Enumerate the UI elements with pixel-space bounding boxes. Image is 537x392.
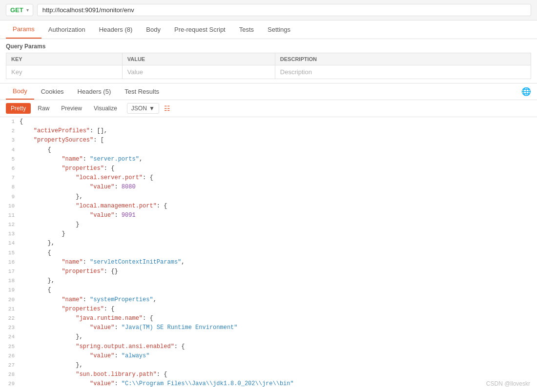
line-number: 2 bbox=[0, 126, 20, 136]
line-number: 24 bbox=[0, 332, 20, 342]
line-content: { bbox=[20, 248, 537, 258]
line-content: "value": "C:\\Program Files\\Java\\jdk1.… bbox=[20, 379, 537, 389]
col-key: KEY bbox=[6, 53, 123, 65]
tab-headers[interactable]: Headers (8) bbox=[92, 21, 140, 38]
line-number: 12 bbox=[0, 220, 20, 229]
method-label: GET bbox=[10, 6, 23, 14]
line-number: 23 bbox=[0, 323, 20, 332]
url-text: http://localhost:9091/monitor/env bbox=[42, 6, 134, 14]
tab-pre-request-script[interactable]: Pre-request Script bbox=[167, 21, 232, 38]
line-content: "name": "servletContextInitParams", bbox=[20, 258, 537, 267]
line-content: "properties": { bbox=[20, 305, 537, 314]
line-number: 4 bbox=[0, 145, 20, 155]
line-number: 26 bbox=[0, 351, 20, 361]
response-tab-headers[interactable]: Headers (5) bbox=[71, 84, 118, 99]
line-content: "local.management.port": { bbox=[20, 202, 537, 211]
line-content: "activeProfiles": [], bbox=[20, 126, 537, 136]
code-line: 23 "value": "Java(TM) SE Runtime Environ… bbox=[0, 323, 537, 332]
tab-tests[interactable]: Tests bbox=[232, 21, 261, 38]
line-content: "java.runtime.name": { bbox=[20, 314, 537, 323]
response-tab-cookies[interactable]: Cookies bbox=[34, 84, 71, 99]
line-number: 11 bbox=[0, 211, 20, 220]
code-line: 11 "value": 9091 bbox=[0, 211, 537, 220]
line-number: 9 bbox=[0, 192, 20, 202]
line-number: 27 bbox=[0, 361, 20, 370]
code-line: 27 }, bbox=[0, 361, 537, 370]
code-line: 16 "name": "servletContextInitParams", bbox=[0, 258, 537, 267]
format-bar: Pretty Raw Preview Visualize JSON ▼ ☷ bbox=[0, 100, 537, 117]
top-bar: GET ▾ http://localhost:9091/monitor/env bbox=[0, 0, 537, 21]
value-cell[interactable]: Value bbox=[122, 65, 275, 79]
code-line: 10 "local.management.port": { bbox=[0, 202, 537, 211]
line-content: "name": "server.ports", bbox=[20, 155, 537, 164]
filter-icon[interactable]: ☷ bbox=[164, 104, 170, 112]
line-content: "value": 9091 bbox=[20, 211, 537, 220]
line-number: 1 bbox=[0, 117, 20, 126]
line-number: 7 bbox=[0, 173, 20, 183]
code-line: 29 "value": "C:\\Program Files\\Java\\jd… bbox=[0, 379, 537, 389]
format-tab-visualize[interactable]: Visualize bbox=[89, 103, 122, 114]
line-content: { bbox=[20, 145, 537, 155]
code-line: 4 { bbox=[0, 145, 537, 155]
line-content: "sun.boot.library.path": { bbox=[20, 370, 537, 379]
code-area: 1{2 "activeProfiles": [],3 "propertySour… bbox=[0, 117, 537, 389]
line-content: { bbox=[20, 286, 537, 295]
globe-icon: 🌐 bbox=[521, 87, 531, 96]
code-line: 8 "value": 8080 bbox=[0, 183, 537, 192]
line-number: 3 bbox=[0, 136, 20, 145]
line-number: 17 bbox=[0, 267, 20, 276]
description-cell[interactable]: Description bbox=[275, 65, 531, 79]
params-table: KEY VALUE DESCRIPTION Key Value Descript… bbox=[6, 53, 531, 79]
code-line: 3 "propertySources": [ bbox=[0, 136, 537, 145]
query-params-label: Query Params bbox=[6, 43, 531, 50]
line-number: 25 bbox=[0, 342, 20, 351]
line-content: "local.server.port": { bbox=[20, 173, 537, 183]
line-number: 6 bbox=[0, 164, 20, 173]
code-line: 20 "name": "systemProperties", bbox=[0, 295, 537, 305]
response-tab-body[interactable]: Body bbox=[6, 83, 34, 100]
request-tabs: Params Authorization Headers (8) Body Pr… bbox=[0, 21, 537, 39]
code-line: 25 "spring.output.ansi.enabled": { bbox=[0, 342, 537, 351]
params-row-placeholder: Key Value Description bbox=[6, 65, 531, 79]
col-description: DESCRIPTION bbox=[275, 53, 531, 65]
globe-button[interactable]: 🌐 bbox=[521, 87, 531, 96]
tab-params[interactable]: Params bbox=[6, 21, 41, 39]
json-type-select[interactable]: JSON ▼ bbox=[127, 103, 159, 114]
tab-authorization[interactable]: Authorization bbox=[41, 21, 92, 38]
code-line: 24 }, bbox=[0, 332, 537, 342]
response-tabs: Body Cookies Headers (5) Test Results 🌐 bbox=[0, 83, 537, 100]
format-tab-preview[interactable]: Preview bbox=[56, 103, 87, 114]
line-number: 20 bbox=[0, 295, 20, 305]
json-type-label: JSON bbox=[131, 105, 147, 112]
line-content: }, bbox=[20, 361, 537, 370]
line-content: "properties": {} bbox=[20, 267, 537, 276]
line-content: }, bbox=[20, 276, 537, 286]
line-content: { bbox=[20, 117, 537, 126]
tab-body[interactable]: Body bbox=[139, 21, 167, 38]
query-params-section: Query Params KEY VALUE DESCRIPTION Key V… bbox=[0, 39, 537, 83]
code-line: 7 "local.server.port": { bbox=[0, 173, 537, 183]
line-number: 15 bbox=[0, 248, 20, 258]
line-number: 22 bbox=[0, 314, 20, 323]
method-dropdown-icon: ▾ bbox=[26, 7, 29, 13]
code-line: 21 "properties": { bbox=[0, 305, 537, 314]
format-tab-pretty[interactable]: Pretty bbox=[6, 103, 31, 114]
code-line: 12 } bbox=[0, 220, 537, 229]
format-tab-raw[interactable]: Raw bbox=[33, 103, 54, 114]
tab-settings[interactable]: Settings bbox=[261, 21, 297, 38]
code-line: 26 "value": "always" bbox=[0, 351, 537, 361]
code-line: 2 "activeProfiles": [], bbox=[0, 126, 537, 136]
key-cell[interactable]: Key bbox=[6, 65, 123, 79]
line-number: 16 bbox=[0, 258, 20, 267]
url-bar[interactable]: http://localhost:9091/monitor/env bbox=[37, 4, 531, 16]
line-number: 18 bbox=[0, 276, 20, 286]
line-content: } bbox=[20, 229, 537, 239]
method-select[interactable]: GET ▾ bbox=[6, 4, 33, 16]
line-content: "name": "systemProperties", bbox=[20, 295, 537, 305]
code-line: 1{ bbox=[0, 117, 537, 126]
code-line: 13 } bbox=[0, 229, 537, 239]
line-content: "propertySources": [ bbox=[20, 136, 537, 145]
line-content: }, bbox=[20, 332, 537, 342]
response-tab-test-results[interactable]: Test Results bbox=[118, 84, 166, 99]
line-number: 28 bbox=[0, 370, 20, 379]
